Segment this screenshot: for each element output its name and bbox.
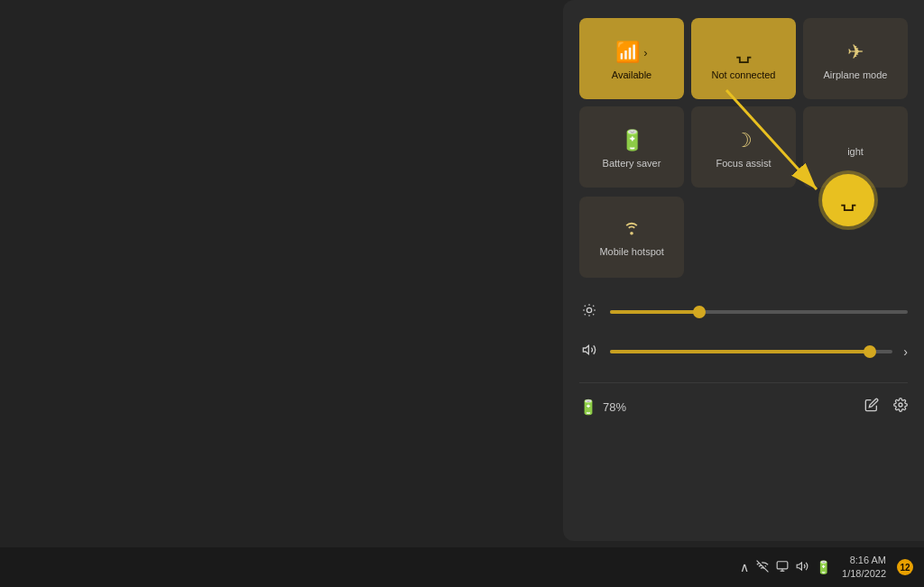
quick-settings-panel: 📶 › Available ⍽ Not connected ✈ Airplane…: [563, 0, 924, 541]
airplane-icon: ✈: [847, 41, 864, 64]
brightness-thumb[interactable]: [693, 306, 706, 318]
tile-mobile-hotspot[interactable]: Mobile hotspot: [579, 197, 684, 278]
tiles-grid-row1: 📶 › Available ⍽ Not connected ✈ Airplane…: [579, 18, 908, 188]
volume-chevron[interactable]: ›: [903, 344, 908, 359]
bottom-action-icons: [864, 398, 908, 416]
taskbar: ∧ 🔋 8:16 AM 1/18/2: [0, 547, 924, 587]
volume-thumb[interactable]: [864, 345, 876, 358]
svg-line-3: [585, 306, 586, 307]
taskbar-show-hidden-icon[interactable]: ∧: [740, 560, 749, 574]
tile-battery-saver-label: Battery saver: [603, 158, 661, 169]
battery-saver-icon: 🔋: [620, 129, 644, 152]
battery-icon: 🔋: [579, 399, 597, 416]
taskbar-time-display: 8:16 AM: [850, 554, 886, 567]
tile-focus-assist[interactable]: ☽ Focus assist: [691, 106, 796, 188]
brightness-track[interactable]: [610, 310, 908, 314]
taskbar-clock[interactable]: 8:16 AM 1/18/2022: [842, 554, 886, 582]
taskbar-notification-badge[interactable]: 12: [897, 559, 913, 575]
taskbar-display-icon[interactable]: [776, 560, 789, 575]
svg-line-4: [593, 314, 594, 315]
focus-assist-icon: ☽: [735, 129, 753, 152]
bluetooth-icon: ⍽: [736, 41, 752, 64]
bluetooth-highlight-icon: ⍽: [841, 188, 856, 212]
brightness-fill: [610, 310, 699, 314]
tile-battery-saver[interactable]: 🔋 Battery saver: [579, 106, 684, 188]
edit-icon[interactable]: [864, 398, 879, 416]
tile-airplane-label: Airplane mode: [824, 69, 888, 80]
tile-night-light-label: ight: [847, 146, 864, 157]
svg-point-10: [899, 403, 902, 407]
volume-slider-row: ›: [579, 343, 908, 361]
volume-fill: [610, 350, 870, 353]
taskbar-date-display: 1/18/2022: [842, 567, 886, 581]
tile-mobile-hotspot-label: Mobile hotspot: [599, 246, 664, 257]
battery-info: 🔋 78%: [579, 399, 626, 416]
battery-percent: 78%: [603, 400, 626, 414]
brightness-slider-row: [579, 303, 908, 321]
tile-bluetooth-label: Not connected: [712, 69, 776, 80]
hotspot-icon: [622, 221, 642, 241]
taskbar-volume-icon[interactable]: [796, 560, 808, 575]
svg-marker-9: [583, 345, 588, 353]
volume-track[interactable]: [610, 350, 892, 353]
svg-point-0: [587, 307, 591, 312]
tile-focus-assist-label: Focus assist: [716, 158, 771, 169]
svg-marker-17: [797, 562, 801, 569]
svg-line-8: [593, 306, 594, 307]
svg-rect-14: [777, 561, 788, 568]
volume-icon: [579, 343, 599, 361]
settings-icon[interactable]: [893, 398, 908, 416]
tile-wifi-label: Available: [612, 69, 651, 80]
tile-airplane[interactable]: ✈ Airplane mode: [803, 18, 908, 99]
wifi-icon: 📶 ›: [615, 41, 647, 64]
bottom-bar: 🔋 78%: [579, 382, 908, 416]
bluetooth-highlight-circle: ⍽: [822, 174, 874, 226]
brightness-icon: [579, 303, 599, 321]
svg-line-7: [585, 314, 586, 315]
sliders-container: ›: [579, 303, 908, 361]
taskbar-system-icons: ∧ 🔋: [740, 560, 831, 575]
taskbar-network-icon[interactable]: [756, 560, 769, 575]
taskbar-battery-icon[interactable]: 🔋: [816, 560, 831, 574]
tile-bluetooth[interactable]: ⍽ Not connected: [691, 18, 796, 99]
tile-wifi[interactable]: 📶 › Available: [579, 18, 684, 99]
